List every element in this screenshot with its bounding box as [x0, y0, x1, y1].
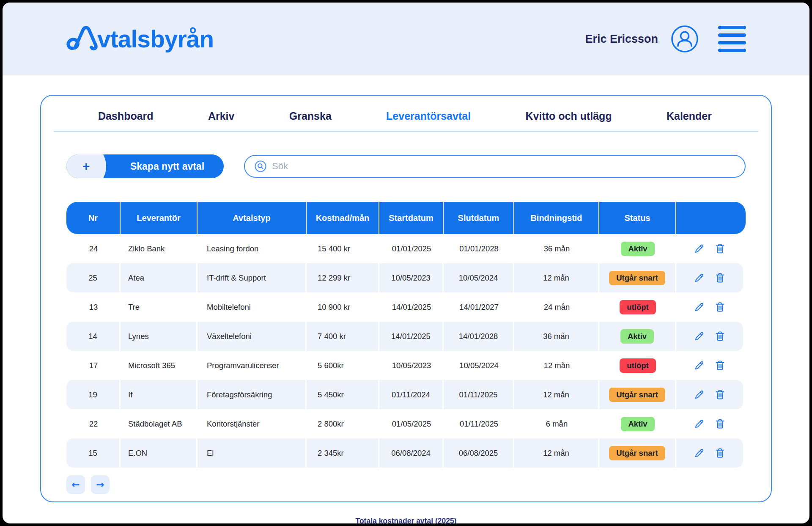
delete-button[interactable]	[714, 360, 726, 371]
avatar-icon[interactable]	[671, 25, 699, 53]
delete-button[interactable]	[714, 272, 726, 284]
cell-slutdatum: 01/11/2025	[444, 380, 514, 409]
pencil-icon	[694, 360, 705, 371]
search-input[interactable]	[272, 156, 736, 177]
cell-nr: 24	[66, 234, 121, 263]
cell-status: Aktiv	[599, 322, 676, 351]
cell-avtalstyp: Programvarulicenser	[198, 351, 307, 380]
cell-leverantor: If	[121, 380, 198, 409]
cell-leverantor: E.ON	[121, 438, 198, 468]
cell-status: Aktiv	[599, 234, 676, 263]
tab-dashboard[interactable]: Dashboard	[98, 110, 154, 122]
toolbar: + Skapa nytt avtal	[66, 154, 746, 178]
tab-kvitto-och-utlagg[interactable]: Kvitto och utlägg	[526, 110, 612, 122]
status-badge: Aktiv	[621, 242, 654, 256]
cell-leverantor: Atea	[121, 263, 198, 292]
cell-status: Utgår snart	[599, 263, 676, 292]
tab-kalender[interactable]: Kalender	[667, 110, 712, 122]
cell-actions	[676, 322, 743, 351]
cell-kostnad: 12 299 kr	[307, 263, 379, 292]
table-row: 19 If Företagsförsäkring 5 450kr 01/11/2…	[66, 380, 746, 409]
cell-bindningstid: 12 mån	[514, 263, 599, 292]
main-nav: Dashboard Arkiv Granska Leverantörsavtal…	[41, 110, 771, 122]
trash-icon	[714, 243, 726, 254]
cell-kostnad: 15 400 kr	[307, 234, 379, 263]
cell-startdatum: 01/01/2025	[379, 234, 444, 263]
cell-slutdatum: 14/01/2028	[444, 322, 514, 351]
delete-button[interactable]	[714, 447, 726, 459]
pagination: ← →	[66, 475, 771, 494]
cell-avtalstyp: Leasing fordon	[198, 234, 307, 263]
cell-leverantor: Tre	[121, 292, 198, 322]
cell-nr: 17	[66, 351, 121, 380]
delete-button[interactable]	[714, 301, 726, 313]
table-header-row: Nr Leverantör Avtalstyp Kostnad/mån Star…	[66, 202, 746, 234]
table-row: 15 E.ON El 2 345kr 06/08/2024 06/08/2025…	[66, 438, 746, 468]
hamburger-menu-icon[interactable]	[718, 26, 746, 52]
cell-startdatum: 10/05/2023	[379, 263, 444, 292]
search-box	[244, 155, 746, 178]
search-icon	[254, 160, 267, 173]
total-costs-caption: Totala kostnader avtal (2025)	[3, 517, 809, 523]
edit-button[interactable]	[694, 272, 705, 284]
edit-button[interactable]	[694, 447, 705, 459]
cell-slutdatum: 14/01/2027	[444, 292, 514, 322]
top-bar: vtalsbyrån Eric Ericsson	[3, 3, 809, 75]
cell-leverantor: Lynes	[121, 322, 198, 351]
edit-button[interactable]	[694, 301, 705, 313]
col-header-status: Status	[599, 202, 676, 234]
delete-button[interactable]	[714, 389, 726, 400]
pencil-icon	[694, 447, 705, 459]
edit-button[interactable]	[694, 330, 705, 342]
pencil-icon	[694, 243, 705, 254]
table-row: 17 Microsoft 365 Programvarulicenser 5 6…	[66, 351, 746, 380]
prev-page-button[interactable]: ←	[66, 475, 85, 494]
cell-actions	[676, 351, 743, 380]
cell-status: Aktiv	[599, 409, 676, 438]
brand-logo[interactable]: vtalsbyrån	[65, 22, 214, 56]
table-body: 24 Ziklo Bank Leasing fordon 15 400 kr 0…	[66, 234, 746, 468]
cell-slutdatum: 10/05/2024	[444, 263, 514, 292]
cell-avtalstyp: IT-drift & Support	[198, 263, 307, 292]
cell-avtalstyp: Företagsförsäkring	[198, 380, 307, 409]
edit-button[interactable]	[694, 418, 705, 430]
cell-status: Utgår snart	[599, 438, 676, 468]
cell-leverantor: Microsoft 365	[121, 351, 198, 380]
cell-nr: 14	[66, 322, 121, 351]
cell-nr: 19	[66, 380, 121, 409]
delete-button[interactable]	[714, 243, 726, 254]
cell-startdatum: 14/01/2025	[379, 292, 444, 322]
cell-leverantor: Ziklo Bank	[121, 234, 198, 263]
trash-icon	[714, 301, 726, 313]
plus-icon: +	[82, 159, 90, 173]
col-header-leverantor: Leverantör	[121, 202, 198, 234]
delete-button[interactable]	[714, 418, 726, 430]
edit-button[interactable]	[694, 389, 705, 400]
delete-button[interactable]	[714, 330, 726, 342]
edit-button[interactable]	[694, 360, 705, 371]
status-badge: Utgår snart	[609, 271, 665, 285]
status-badge: utlöpt	[620, 358, 656, 373]
table-row: 13 Tre Mobiltelefoni 10 900 kr 14/01/202…	[66, 292, 746, 322]
status-badge: Aktiv	[621, 417, 654, 431]
tab-granska[interactable]: Granska	[289, 110, 332, 122]
tab-leverantorsavtal[interactable]: Leverantörsavtal	[386, 110, 471, 122]
col-header-nr: Nr	[66, 202, 121, 234]
cell-actions	[676, 380, 743, 409]
trash-icon	[714, 272, 726, 284]
cell-status: Utgår snart	[599, 380, 676, 409]
create-contract-button[interactable]: + Skapa nytt avtal	[66, 154, 224, 178]
cell-bindningstid: 12 mån	[514, 351, 599, 380]
cell-bindningstid: 36 mån	[514, 322, 599, 351]
cell-bindningstid: 24 mån	[514, 292, 599, 322]
app-window: vtalsbyrån Eric Ericsson Dashboard Arkiv…	[3, 3, 809, 523]
edit-button[interactable]	[694, 243, 705, 254]
cell-startdatum: 14/01/2025	[379, 322, 444, 351]
cell-nr: 13	[66, 292, 121, 322]
next-page-button[interactable]: →	[91, 475, 110, 494]
trash-icon	[714, 360, 726, 371]
create-contract-label: Skapa nytt avtal	[111, 154, 224, 178]
col-header-kostnad: Kostnad/mån	[307, 202, 379, 234]
tab-arkiv[interactable]: Arkiv	[208, 110, 235, 122]
cell-avtalstyp: Växeltelefoni	[198, 322, 307, 351]
